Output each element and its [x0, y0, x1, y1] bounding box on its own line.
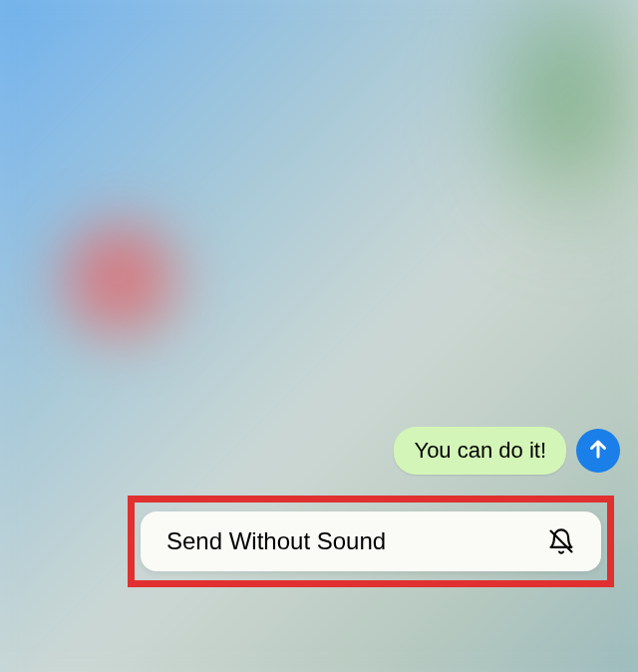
- arrow-up-icon: [586, 437, 610, 465]
- send-option-label: Send Without Sound: [166, 527, 386, 555]
- annotation-highlight-box: Send Without Sound: [128, 496, 614, 587]
- content-layer: You can do it! Send Without Sound: [0, 0, 638, 672]
- message-text: You can do it!: [414, 438, 546, 463]
- send-without-sound-option[interactable]: Send Without Sound: [141, 511, 601, 571]
- bell-slash-icon: [547, 527, 575, 555]
- message-input-row: You can do it!: [394, 427, 620, 475]
- send-button[interactable]: [576, 429, 620, 473]
- composed-message-bubble[interactable]: You can do it!: [394, 427, 566, 475]
